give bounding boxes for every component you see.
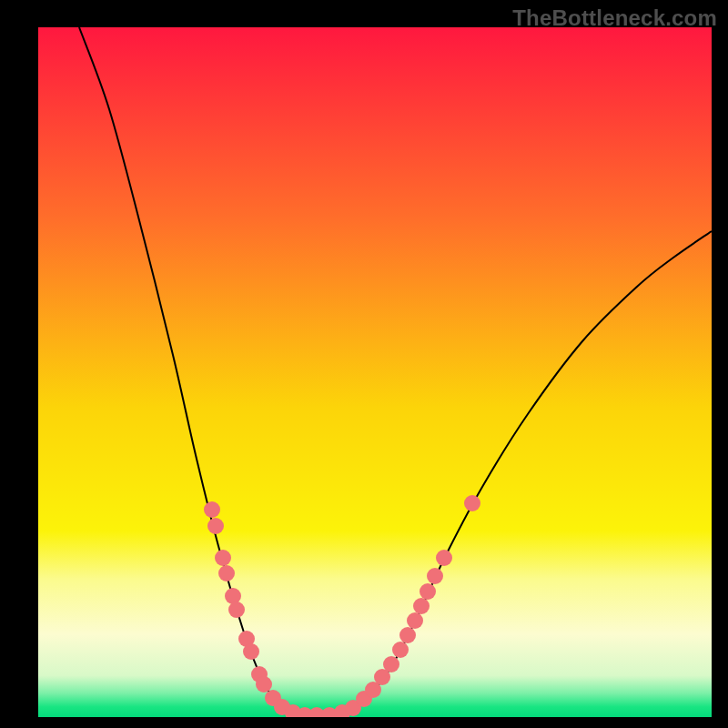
data-marker	[420, 583, 436, 600]
data-marker	[413, 598, 430, 614]
outer-frame: TheBottleneck.com	[0, 0, 728, 728]
data-marker	[204, 501, 220, 518]
data-marker	[392, 642, 409, 658]
data-marker	[407, 612, 423, 629]
data-marker	[228, 602, 245, 618]
chart-canvas	[0, 0, 728, 728]
data-marker	[207, 518, 224, 534]
data-marker	[436, 550, 452, 566]
data-marker	[256, 676, 272, 693]
data-marker	[243, 643, 259, 660]
data-marker	[383, 656, 399, 672]
data-marker	[464, 495, 480, 511]
data-marker	[215, 550, 231, 566]
watermark-label: TheBottleneck.com	[512, 5, 717, 31]
plot-background	[38, 27, 712, 717]
data-marker	[427, 568, 443, 584]
data-marker	[218, 565, 235, 581]
data-marker	[399, 627, 416, 643]
